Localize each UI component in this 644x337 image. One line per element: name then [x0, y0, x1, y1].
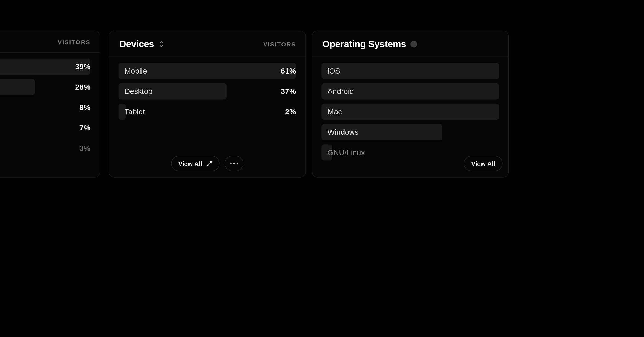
view-all-label: View All — [471, 160, 495, 167]
card-title-group[interactable]: Operating Systems — [322, 39, 417, 50]
card-header: Operating Systems — [312, 31, 508, 57]
rows: 39% 28% ica 8% 7% 3% — [0, 53, 100, 156]
metric-label: VISITORS — [263, 41, 296, 47]
card-header: VISITORS — [0, 31, 100, 53]
table-row[interactable]: iOS — [321, 63, 499, 79]
table-row[interactable]: 28% — [0, 79, 90, 95]
table-row[interactable]: ica 8% — [0, 99, 90, 115]
row-label: GNU/Linux — [321, 148, 365, 157]
row-label: iOS — [321, 67, 340, 75]
row-label: Android — [321, 87, 354, 96]
row-label: Desktop — [119, 87, 153, 96]
row-value: 39% — [75, 62, 90, 71]
more-icon — [230, 163, 239, 164]
row-value: 28% — [75, 83, 90, 91]
regions-card: VISITORS 39% 28% ica 8% 7% — [0, 31, 100, 178]
bar — [0, 79, 35, 95]
row-value: 3% — [79, 144, 90, 153]
expand-icon — [207, 160, 213, 166]
more-button[interactable] — [225, 156, 244, 171]
info-icon — [410, 41, 417, 47]
table-row[interactable]: 3% — [0, 140, 90, 156]
rows: iOS Android Mac Windows GNU/Linux — [312, 57, 508, 160]
table-row[interactable]: 39% — [0, 58, 90, 75]
table-row[interactable]: Windows — [321, 124, 499, 140]
row-value: 7% — [79, 123, 90, 132]
table-row[interactable]: Desktop 37% — [119, 83, 296, 99]
table-row[interactable]: Mac — [321, 104, 499, 120]
table-row[interactable]: Tablet 2% — [119, 104, 296, 120]
view-all-label: View All — [178, 160, 202, 167]
bar — [321, 63, 499, 79]
bar — [321, 104, 499, 120]
card-header: Devices VISITORS — [109, 31, 305, 57]
table-row[interactable]: 7% — [0, 120, 90, 136]
metric-label: VISITORS — [58, 39, 90, 45]
row-value: 2% — [285, 107, 296, 116]
table-row[interactable]: Mobile 61% — [119, 63, 296, 79]
sort-icon — [158, 40, 164, 48]
row-value: 37% — [281, 87, 296, 96]
table-row[interactable]: Android — [321, 83, 499, 99]
view-all-button[interactable]: View All — [171, 156, 220, 171]
row-label: Mac — [321, 107, 342, 116]
row-label: Tablet — [119, 107, 145, 116]
rows: Mobile 61% Desktop 37% Tablet 2% — [109, 57, 305, 120]
row-value: 61% — [281, 67, 296, 75]
row-value: 8% — [79, 103, 90, 112]
card-title: Operating Systems — [322, 39, 406, 50]
operating-systems-card: Operating Systems iOS Android Mac Window… — [312, 31, 509, 178]
card-footer — [0, 156, 100, 171]
devices-card: Devices VISITORS Mobile 61% Desktop 37% … — [109, 31, 306, 178]
card-title: Devices — [119, 39, 154, 50]
card-footer: View All — [109, 156, 305, 171]
row-label: Windows — [321, 128, 358, 137]
card-title-group[interactable]: Devices — [119, 39, 164, 50]
row-label: Mobile — [119, 67, 147, 75]
view-all-button[interactable]: View All — [464, 156, 503, 171]
